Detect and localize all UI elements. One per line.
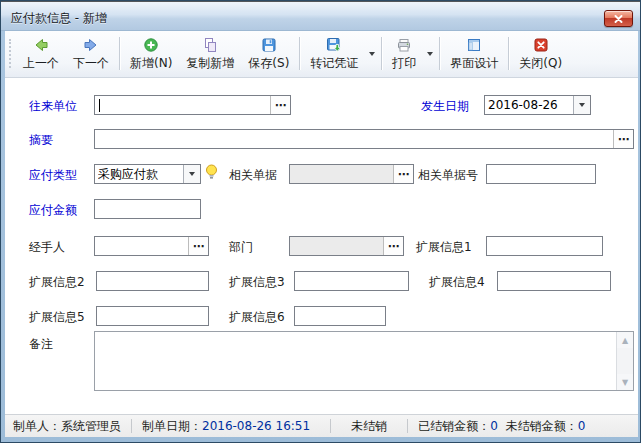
- save-button[interactable]: 保存(S): [241, 33, 296, 74]
- partner-input[interactable]: [95, 96, 270, 114]
- next-button-label: 下一个: [73, 55, 109, 72]
- summary-browse-button[interactable]: ⋯: [613, 130, 633, 148]
- handler-input[interactable]: [95, 237, 188, 255]
- partner-label: 往来单位: [29, 98, 77, 115]
- design-icon: [466, 37, 482, 53]
- ext2-input[interactable]: [97, 272, 208, 290]
- new-button[interactable]: 新增(N): [123, 33, 179, 74]
- payable-type-field: [94, 164, 201, 184]
- related-doc-field: ⋯: [289, 164, 414, 184]
- statusbar-separator: [131, 419, 132, 433]
- chevron-down-icon: [427, 52, 433, 56]
- ext5-label: 扩展信息5: [29, 309, 85, 326]
- create-date-label: 制单日期：: [142, 418, 202, 435]
- toolbar-separator: [381, 37, 382, 70]
- chevron-down-icon: [369, 52, 375, 56]
- ext6-label: 扩展信息6: [229, 309, 285, 326]
- statusbar-separator: [407, 419, 408, 433]
- toolbar-grip[interactable]: [9, 39, 13, 68]
- post-voucher-dropdown-caret[interactable]: [365, 33, 378, 74]
- unsettled-amount-label: 未结销金额：: [506, 418, 578, 435]
- ext1-label: 扩展信息1: [416, 239, 472, 256]
- chevron-down-icon: [189, 172, 195, 176]
- scroll-down-icon[interactable]: ▼: [617, 374, 633, 390]
- remark-field: ▲ ▼: [94, 331, 634, 391]
- settle-status: 未结销: [351, 418, 387, 435]
- remark-scrollbar[interactable]: ▲ ▼: [616, 332, 633, 390]
- payable-type-select[interactable]: [95, 165, 183, 183]
- copy-new-button[interactable]: 复制新增: [179, 33, 241, 74]
- related-doc-no-input[interactable]: [487, 165, 595, 183]
- amount-field: [94, 199, 201, 219]
- payable-type-dropdown-button[interactable]: [183, 165, 200, 183]
- statusbar-separator: [330, 419, 331, 433]
- handler-browse-button[interactable]: ⋯: [188, 237, 208, 255]
- ext1-field: [486, 236, 603, 256]
- occur-date-input[interactable]: [485, 96, 573, 114]
- partner-field: ⋯: [94, 95, 291, 115]
- partner-browse-button[interactable]: ⋯: [270, 96, 290, 114]
- voucher-icon: [326, 37, 342, 53]
- summary-label: 摘要: [29, 132, 53, 149]
- ext1-input[interactable]: [487, 237, 602, 255]
- toolbar-separator: [439, 37, 440, 70]
- ext2-field: [96, 271, 209, 291]
- prev-button[interactable]: 上一个: [16, 33, 66, 74]
- ext5-input[interactable]: [97, 307, 208, 325]
- hint-bulb-icon: [205, 164, 218, 184]
- ext3-field: [294, 271, 409, 291]
- toolbar-separator: [508, 37, 509, 70]
- statusbar: 制单人： 系统管理员 制单日期： 2016-08-26 16:51 未结销 已结…: [5, 414, 638, 437]
- related-doc-no-label: 相关单据号: [418, 167, 478, 184]
- window-title: 应付款信息 - 新增: [11, 10, 107, 27]
- occur-date-field: [484, 95, 591, 115]
- titlebar-close-button[interactable]: [604, 10, 633, 27]
- titlebar[interactable]: 应付款信息 - 新增: [1, 1, 640, 31]
- post-voucher-button[interactable]: 转记凭证: [303, 33, 365, 74]
- amount-label: 应付金额: [29, 202, 77, 219]
- print-button-label: 打印: [392, 55, 416, 72]
- remark-label: 备注: [29, 336, 53, 353]
- scroll-up-icon[interactable]: ▲: [617, 332, 633, 348]
- save-button-label: 保存(S): [248, 55, 289, 72]
- amount-input[interactable]: [95, 200, 200, 218]
- ext6-input[interactable]: [295, 307, 385, 325]
- ui-design-button[interactable]: 界面设计: [443, 33, 505, 74]
- department-input[interactable]: [290, 237, 383, 255]
- related-doc-browse-button[interactable]: ⋯: [393, 165, 413, 183]
- toolbar: 上一个 下一个 新增(N) 复制新增 保存(S): [5, 31, 638, 78]
- related-doc-label: 相关单据: [229, 167, 277, 184]
- settled-amount-label: 已结销金额：: [418, 418, 490, 435]
- occur-date-label: 发生日期: [421, 98, 469, 115]
- toolbar-separator: [299, 37, 300, 70]
- related-doc-input[interactable]: [290, 165, 393, 183]
- ext2-label: 扩展信息2: [29, 274, 85, 291]
- create-date-value: 2016-08-26 16:51: [202, 419, 310, 433]
- close-x-icon: [614, 15, 623, 23]
- arrow-right-icon: [83, 37, 99, 53]
- summary-input[interactable]: [95, 130, 613, 148]
- text-caret: [99, 99, 100, 112]
- ext3-input[interactable]: [295, 272, 408, 290]
- settled-amount-value: 0: [490, 419, 498, 433]
- post-voucher-button-label: 转记凭证: [310, 55, 358, 72]
- close-form-button-label: 关闭(Q): [519, 55, 562, 72]
- copy-icon: [202, 37, 218, 53]
- ext6-field: [294, 306, 386, 326]
- next-button[interactable]: 下一个: [66, 33, 116, 74]
- ext4-label: 扩展信息4: [429, 274, 485, 291]
- unsettled-amount-value: 0: [578, 419, 586, 433]
- remark-textarea[interactable]: [95, 332, 616, 390]
- occur-date-dropdown-button[interactable]: [573, 96, 590, 114]
- ext3-label: 扩展信息3: [229, 274, 285, 291]
- ext4-input[interactable]: [498, 272, 610, 290]
- new-button-label: 新增(N): [130, 55, 172, 72]
- close-form-button[interactable]: 关闭(Q): [512, 33, 569, 74]
- print-button[interactable]: 打印: [385, 33, 423, 74]
- add-icon: [143, 37, 159, 53]
- print-dropdown-caret[interactable]: [423, 33, 436, 74]
- toolbar-separator: [119, 37, 120, 70]
- department-label: 部门: [229, 239, 253, 256]
- department-browse-button[interactable]: ⋯: [383, 237, 403, 255]
- close-icon: [533, 37, 549, 53]
